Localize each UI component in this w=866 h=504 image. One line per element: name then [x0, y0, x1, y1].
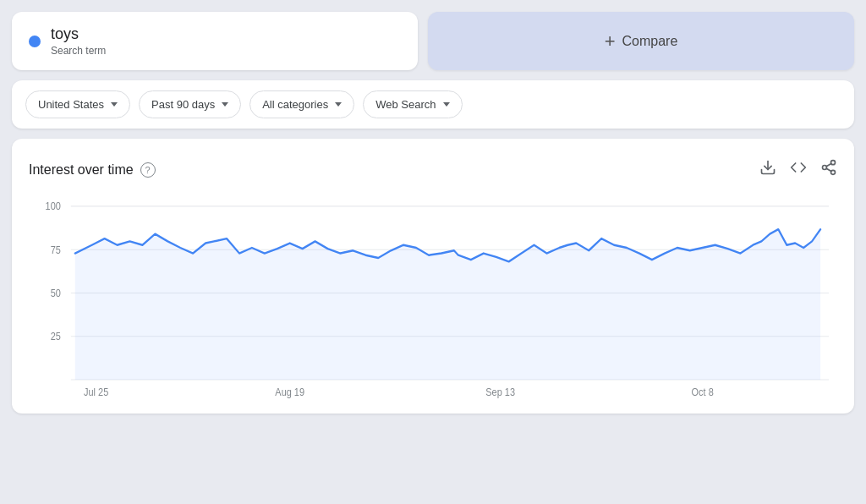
svg-text:100: 100	[46, 201, 61, 212]
filter-location[interactable]: United States	[25, 90, 130, 118]
chart-area: 100 75 50 25 Jul 25 Aug 19 Sep 13 Oct 8	[29, 197, 837, 400]
svg-text:Oct 8: Oct 8	[692, 386, 714, 397]
chevron-down-icon	[222, 102, 228, 107]
compare-label: Compare	[622, 34, 678, 49]
compare-inner: + Compare	[605, 30, 678, 52]
chevron-down-icon	[443, 102, 450, 107]
svg-text:Jul 25: Jul 25	[84, 386, 108, 397]
chart-header: Interest over time ?	[29, 159, 837, 180]
help-icon[interactable]: ?	[140, 162, 156, 178]
filter-location-label: United States	[38, 98, 104, 111]
interest-over-time-card: Interest over time ?	[12, 139, 854, 414]
embed-icon[interactable]	[790, 159, 807, 180]
compare-card[interactable]: + Compare	[428, 12, 854, 70]
search-dot	[29, 36, 41, 47]
chevron-down-icon	[335, 102, 342, 107]
search-term-text: toys	[51, 25, 106, 43]
svg-line-5	[826, 163, 831, 166]
chart-title: Interest over time	[29, 162, 134, 178]
chart-svg: 100 75 50 25 Jul 25 Aug 19 Sep 13 Oct 8	[29, 197, 837, 400]
search-term-card: toys Search term	[12, 12, 418, 70]
filter-search-type-label: Web Search	[375, 98, 436, 111]
filter-category[interactable]: All categories	[249, 90, 354, 118]
svg-text:75: 75	[51, 244, 61, 255]
svg-text:25: 25	[51, 331, 61, 342]
chart-actions	[759, 159, 837, 180]
filter-time-label: Past 90 days	[151, 98, 215, 111]
svg-line-4	[826, 168, 831, 171]
svg-text:Sep 13: Sep 13	[485, 386, 515, 397]
filters-bar: United States Past 90 days All categorie…	[12, 80, 854, 129]
search-info: toys Search term	[51, 25, 106, 57]
svg-text:50: 50	[51, 288, 61, 299]
share-icon[interactable]	[820, 159, 837, 180]
plus-icon: +	[605, 30, 616, 52]
download-icon[interactable]	[759, 159, 776, 180]
filter-search-type[interactable]: Web Search	[363, 90, 462, 118]
filter-time[interactable]: Past 90 days	[139, 90, 241, 118]
chart-title-row: Interest over time ?	[29, 162, 156, 178]
svg-text:Aug 19: Aug 19	[275, 386, 304, 397]
search-term-label: Search term	[51, 45, 106, 57]
filter-category-label: All categories	[262, 98, 328, 111]
chevron-down-icon	[111, 102, 118, 107]
